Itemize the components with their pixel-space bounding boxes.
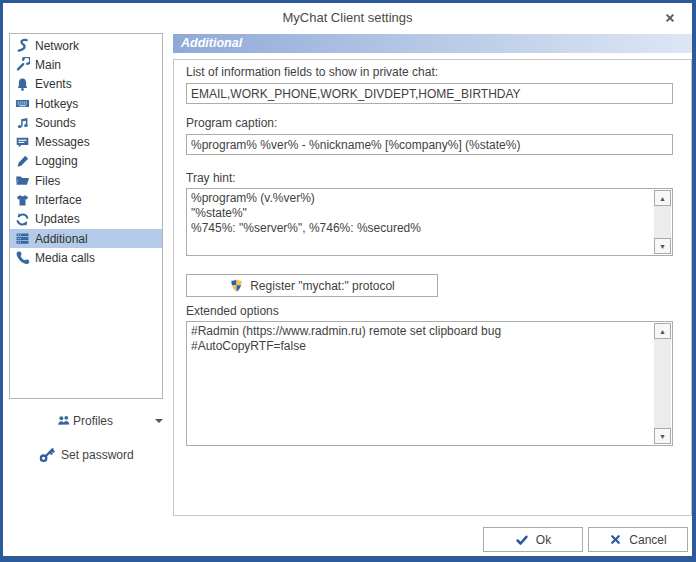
sidebar-item-label: Messages	[35, 135, 90, 149]
sidebar-item-events[interactable]: Events	[10, 75, 162, 94]
pencil-icon	[14, 153, 31, 169]
network-icon	[14, 38, 31, 54]
folder-icon	[14, 173, 31, 189]
window-title: MyChat Client settings	[3, 10, 692, 25]
scroll-up-icon[interactable]: ▲	[654, 190, 671, 206]
bell-icon	[14, 76, 31, 92]
check-icon	[515, 533, 529, 547]
tray-hint-text: %program% (v.%ver%) "%state%" %745%: "%s…	[191, 191, 652, 253]
tshirt-icon	[14, 192, 31, 208]
profiles-button[interactable]: Profiles	[29, 411, 165, 431]
sidebar-item-files[interactable]: Files	[10, 171, 162, 190]
settings-window: MyChat Client settings Network Main Even…	[0, 0, 696, 562]
key-icon	[39, 447, 55, 463]
sidebar-item-logging[interactable]: Logging	[10, 152, 162, 171]
sidebar-item-additional[interactable]: Additional	[10, 229, 162, 248]
sidebar-item-label: Media calls	[35, 251, 95, 265]
speech-bubble-icon	[14, 134, 31, 150]
scroll-up-icon[interactable]: ▲	[654, 323, 671, 339]
sidebar-item-label: Logging	[35, 154, 78, 168]
sidebar-item-messages[interactable]: Messages	[10, 132, 162, 151]
sidebar-item-label: Hotkeys	[35, 97, 78, 111]
sidebar-item-updates[interactable]: Updates	[10, 210, 162, 229]
sidebar-item-label: Sounds	[35, 116, 76, 130]
sidebar-item-label: Updates	[35, 212, 80, 226]
ok-label: Ok	[536, 533, 551, 547]
profiles-icon	[57, 414, 71, 428]
cancel-button[interactable]: Cancel	[588, 527, 688, 552]
phone-icon	[14, 250, 31, 266]
tray-hint-label: Tray hint:	[186, 171, 236, 185]
sidebar-item-hotkeys[interactable]: Hotkeys	[10, 94, 162, 113]
sidebar-item-label: Events	[35, 77, 72, 91]
sidebar-item-label: Additional	[35, 232, 88, 246]
cancel-label: Cancel	[629, 533, 666, 547]
register-protocol-label: Register "mychat:" protocol	[250, 279, 395, 293]
tray-hint-textarea[interactable]: %program% (v.%ver%) "%state%" %745%: "%s…	[186, 188, 673, 256]
profiles-label: Profiles	[73, 414, 113, 428]
program-caption-input[interactable]	[186, 134, 673, 155]
sidebar-item-label: Network	[35, 39, 79, 53]
extended-options-textarea[interactable]: #Radmin (https://www.radmin.ru) remote s…	[186, 321, 673, 446]
list-icon	[14, 231, 31, 247]
sidebar-item-label: Main	[35, 58, 61, 72]
title-bar: MyChat Client settings	[3, 3, 692, 31]
chevron-down-icon[interactable]	[155, 419, 163, 423]
set-password-label: Set password	[61, 448, 134, 462]
info-fields-label: List of information fields to show in pr…	[186, 65, 438, 79]
music-note-icon	[14, 115, 31, 131]
sidebar-item-label: Files	[35, 174, 60, 188]
x-icon	[609, 533, 622, 546]
program-caption-label: Program caption:	[186, 116, 277, 130]
settings-category-list: Network Main Events Hotkeys Sounds	[9, 33, 163, 399]
refresh-icon	[14, 211, 31, 227]
page-title: Additional	[173, 34, 692, 53]
sidebar-item-label: Interface	[35, 193, 82, 207]
sidebar-item-interface[interactable]: Interface	[10, 190, 162, 209]
sidebar-item-media-calls[interactable]: Media calls	[10, 248, 162, 267]
tray-hint-scrollbar[interactable]: ▲ ▼	[654, 190, 671, 254]
keyboard-icon	[14, 96, 31, 112]
extended-options-text: #Radmin (https://www.radmin.ru) remote s…	[191, 324, 652, 443]
wrench-icon	[14, 57, 31, 73]
sidebar-item-network[interactable]: Network	[10, 36, 162, 55]
extended-options-scrollbar[interactable]: ▲ ▼	[654, 323, 671, 444]
close-icon[interactable]	[660, 9, 680, 27]
sidebar-item-sounds[interactable]: Sounds	[10, 113, 162, 132]
register-protocol-button[interactable]: Register "mychat:" protocol	[186, 274, 438, 297]
uac-shield-icon	[229, 278, 244, 293]
ok-button[interactable]: Ok	[483, 527, 583, 552]
set-password-button[interactable]: Set password	[39, 445, 134, 465]
sidebar-item-main[interactable]: Main	[10, 55, 162, 74]
extended-options-label: Extended options	[186, 304, 279, 318]
scroll-down-icon[interactable]: ▼	[654, 238, 671, 254]
info-fields-input[interactable]	[186, 83, 673, 104]
scroll-down-icon[interactable]: ▼	[654, 428, 671, 444]
